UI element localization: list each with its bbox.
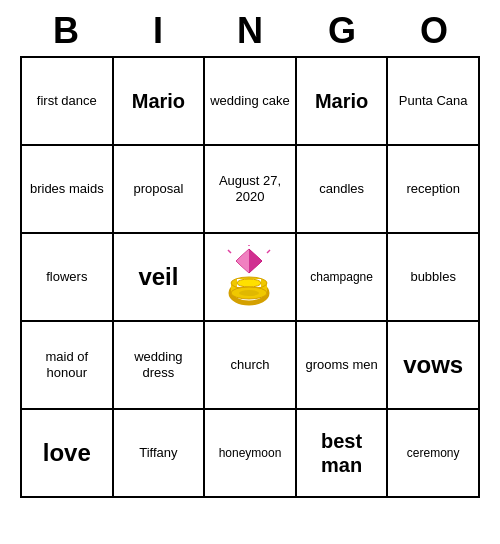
- letter-b: B: [22, 10, 110, 52]
- cell-r1-c4: reception: [388, 146, 480, 234]
- cell-r1-c2: August 27, 2020: [205, 146, 297, 234]
- bingo-header: B I N G O: [20, 10, 480, 52]
- svg-line-4: [267, 250, 270, 253]
- cell-r3-c3: grooms men: [297, 322, 389, 410]
- cell-r3-c2: church: [205, 322, 297, 410]
- letter-g: G: [298, 10, 386, 52]
- cell-r2-c3: champagne: [297, 234, 389, 322]
- cell-r4-c4: ceremony: [388, 410, 480, 498]
- cell-r2-c1: veil: [114, 234, 206, 322]
- cell-r2-c2: [205, 234, 297, 322]
- bingo-grid: first danceMariowedding cakeMarioPunta C…: [20, 56, 480, 498]
- cell-r1-c3: candles: [297, 146, 389, 234]
- cell-r0-c3: Mario: [297, 58, 389, 146]
- cell-r2-c4: bubbles: [388, 234, 480, 322]
- letter-o: O: [390, 10, 478, 52]
- svg-marker-2: [249, 249, 262, 273]
- cell-r3-c0: maid of honour: [22, 322, 114, 410]
- cell-r3-c4: vows: [388, 322, 480, 410]
- cell-r1-c1: proposal: [114, 146, 206, 234]
- cell-r4-c0: love: [22, 410, 114, 498]
- svg-line-5: [228, 250, 231, 253]
- svg-marker-1: [236, 249, 249, 273]
- cell-r1-c0: brides maids: [22, 146, 114, 234]
- svg-point-12: [239, 290, 259, 296]
- cell-r3-c1: wedding dress: [114, 322, 206, 410]
- letter-n: N: [206, 10, 294, 52]
- cell-r4-c1: Tiffany: [114, 410, 206, 498]
- svg-point-10: [237, 279, 261, 287]
- cell-r0-c0: first dance: [22, 58, 114, 146]
- cell-r4-c3: best man: [297, 410, 389, 498]
- cell-r0-c2: wedding cake: [205, 58, 297, 146]
- cell-r0-c4: Punta Cana: [388, 58, 480, 146]
- cell-r0-c1: Mario: [114, 58, 206, 146]
- cell-r4-c2: honeymoon: [205, 410, 297, 498]
- cell-r2-c0: flowers: [22, 234, 114, 322]
- ring-icon: [217, 245, 282, 310]
- letter-i: I: [114, 10, 202, 52]
